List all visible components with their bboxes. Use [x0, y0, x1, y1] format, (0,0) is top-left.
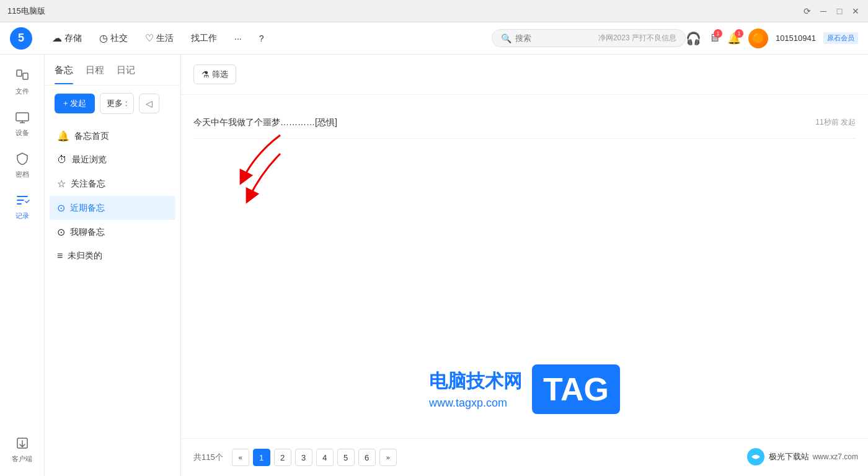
nav-jobs[interactable]: 找工作 — [184, 29, 224, 48]
content-toolbar: ⚗ 筛选 — [181, 55, 868, 95]
nav-help[interactable]: ? — [252, 30, 272, 47]
content-list: 今天中午我做了个噩梦…………[恐惧] 11秒前 发起 — [181, 95, 868, 438]
secure-label: 密档 — [16, 170, 29, 179]
filter-button[interactable]: ⚗ 筛选 — [193, 64, 236, 84]
close-btn[interactable]: ✕ — [851, 6, 861, 16]
nav-memo-home[interactable]: 🔔 备忘首页 — [45, 124, 180, 148]
logo: 5 — [10, 27, 32, 50]
secure-icon — [14, 150, 31, 167]
search-hint: 净网2023 严打不良信息 — [598, 33, 676, 43]
next-page-btn[interactable]: » — [379, 449, 397, 466]
screen-badge: 1 — [714, 29, 722, 38]
window-controls: ⟳ ─ □ ✕ — [802, 6, 861, 16]
devices-label: 设备 — [16, 128, 29, 138]
note-meta: 11秒前 发起 — [815, 117, 856, 128]
uncategorized-icon: ≡ — [57, 250, 63, 262]
uncategorized-label: 未归类的 — [68, 250, 102, 262]
nav-follow-memo[interactable]: ☆ 关注备忘 — [45, 172, 180, 196]
memo-home-label: 备忘首页 — [74, 131, 109, 142]
user-id[interactable]: 101510941 — [776, 33, 816, 43]
files-label: 文件 — [16, 87, 29, 96]
note-text: 今天中午我做了个噩梦…………[恐惧] — [193, 117, 337, 128]
chat-memo-icon: ⊙ — [57, 226, 65, 238]
content-wrapper: ⚗ 筛选 今天中午我做了个噩梦…………[恐惧] 11秒前 发起 电脑技术网 ww… — [181, 55, 868, 476]
note-item: 今天中午我做了个噩梦…………[恐惧] 11秒前 发起 — [193, 107, 856, 139]
search-area[interactable]: 🔍 净网2023 严打不良信息 — [492, 29, 686, 47]
user-avatar[interactable]: 🟠 — [748, 29, 768, 48]
sidebar-item-files[interactable]: 文件 — [0, 61, 44, 102]
top-nav: ☁ 存储 ◷ 社交 ♡ 生活 找工作 ··· ? — [45, 29, 492, 48]
tab-diary[interactable]: 日记 — [117, 64, 135, 85]
main-layout: 文件 设备 密档 — [0, 55, 868, 476]
page-btn-3[interactable]: 3 — [295, 449, 312, 466]
client-icon — [14, 434, 31, 452]
bell-icon[interactable]: 🔔 1 — [727, 32, 741, 45]
files-icon — [14, 67, 31, 84]
topbar: 5 ☁ 存储 ◷ 社交 ♡ 生活 找工作 ··· ? 🔍 净网2023 严打不良… — [0, 22, 868, 55]
life-icon: ♡ — [145, 32, 154, 44]
sidebar-bottom: 客户端 — [7, 428, 37, 470]
add-button[interactable]: + 发起 — [55, 94, 95, 113]
search-input[interactable] — [515, 33, 590, 43]
social-icon: ◷ — [99, 32, 108, 44]
page-btn-1[interactable]: 1 — [253, 449, 270, 466]
headset-icon[interactable]: 🎧 — [686, 31, 701, 46]
filter-icon: ⚗ — [202, 69, 210, 79]
page-btn-2[interactable]: 2 — [274, 449, 291, 466]
toggle-button[interactable]: ◁ — [139, 94, 159, 113]
page-btn-5[interactable]: 5 — [337, 449, 355, 466]
nav-recent-memo[interactable]: ⊙ 近期备忘 — [50, 196, 175, 220]
recent-browse-icon: ⏱ — [57, 154, 67, 165]
vip-badge[interactable]: 原石会员 — [823, 32, 858, 44]
page-btn-6[interactable]: 6 — [358, 449, 376, 466]
more-button[interactable]: 更多 : — [100, 93, 134, 114]
search-icon: 🔍 — [501, 33, 512, 43]
sidebar-item-client[interactable]: 客户端 — [7, 428, 37, 470]
tab-memo[interactable]: 备忘 — [55, 64, 73, 85]
svg-rect-0 — [17, 70, 22, 76]
prev-page-btn[interactable]: « — [232, 449, 249, 466]
nav-more[interactable]: ··· — [227, 30, 249, 47]
panel-actions: + 发起 更多 : ◁ — [45, 86, 180, 121]
app-title: 115电脑版 — [7, 6, 45, 17]
maximize-btn[interactable]: □ — [835, 6, 844, 16]
svg-rect-2 — [16, 113, 29, 121]
more-icon: ··· — [234, 33, 242, 43]
devices-icon — [14, 108, 31, 126]
content-area: ⚗ 筛选 今天中午我做了个噩梦…………[恐惧] 11秒前 发起 电脑技术网 ww… — [181, 55, 868, 476]
topbar-right: 🎧 🖥 1 🔔 1 🟠 101510941 原石会员 — [686, 29, 858, 48]
memo-home-icon: 🔔 — [57, 130, 69, 142]
pagination: 共115个 « 1 2 3 4 5 6 » — [181, 438, 868, 476]
filter-label: 筛选 — [212, 69, 228, 80]
sidebar-item-records[interactable]: 记录 — [0, 185, 44, 227]
recent-memo-label: 近期备忘 — [70, 203, 105, 214]
client-label: 客户端 — [12, 454, 32, 464]
chat-memo-label: 我聊备忘 — [70, 227, 105, 238]
tabs-row: 备忘 日程 日记 — [45, 55, 180, 86]
screen-icon[interactable]: 🖥 1 — [709, 32, 720, 45]
tab-schedule[interactable]: 日程 — [86, 64, 104, 85]
nav-storage[interactable]: ☁ 存储 — [45, 29, 89, 48]
bell-badge: 1 — [735, 29, 743, 38]
restore-btn[interactable]: ⟳ — [802, 6, 812, 16]
recent-browse-label: 最近浏览 — [72, 154, 107, 165]
nav-social[interactable]: ◷ 社交 — [92, 29, 135, 48]
sidebar-icons: 文件 设备 密档 — [0, 55, 45, 476]
records-label: 记录 — [16, 211, 29, 221]
svg-rect-1 — [23, 73, 28, 79]
records-icon — [14, 192, 31, 209]
page-btn-4[interactable]: 4 — [316, 449, 334, 466]
nav-uncategorized[interactable]: ≡ 未归类的 — [45, 244, 180, 268]
follow-memo-label: 关注备忘 — [71, 178, 105, 190]
nav-life[interactable]: ♡ 生活 — [138, 29, 181, 48]
minimize-btn[interactable]: ─ — [818, 6, 828, 16]
sidebar-item-devices[interactable]: 设备 — [0, 102, 44, 144]
logo-area[interactable]: 5 — [10, 27, 32, 50]
sidebar-item-secure[interactable]: 密档 — [0, 144, 44, 185]
nav-recent-browse[interactable]: ⏱ 最近浏览 — [45, 148, 180, 172]
nav-chat-memo[interactable]: ⊙ 我聊备忘 — [45, 220, 180, 244]
help-icon: ? — [259, 33, 264, 43]
left-panel: 备忘 日程 日记 + 发起 更多 : ◁ 🔔 备忘首页 ⏱ 最近浏览 ☆ 关注备… — [45, 55, 181, 476]
titlebar: 115电脑版 ⟳ ─ □ ✕ — [0, 0, 868, 22]
nav-list: 🔔 备忘首页 ⏱ 最近浏览 ☆ 关注备忘 ⊙ 近期备忘 ⊙ 我聊备忘 ≡ 未归类… — [45, 121, 180, 476]
